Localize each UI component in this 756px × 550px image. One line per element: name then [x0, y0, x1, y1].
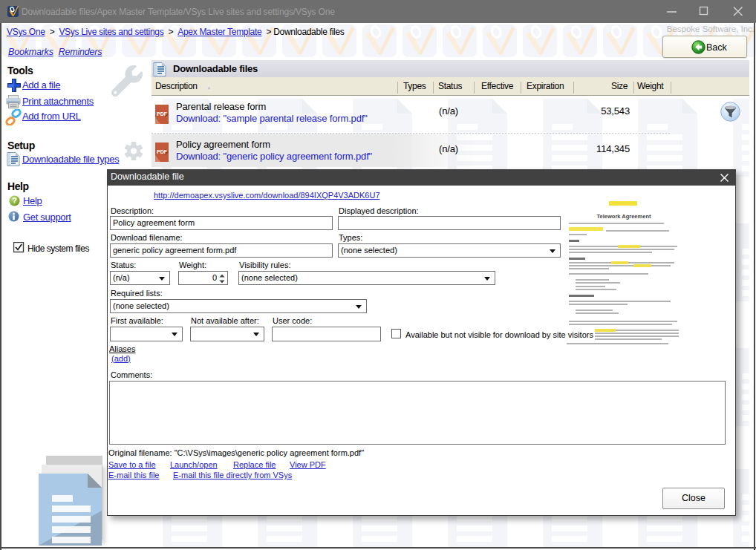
svg-text:Telework Agreement: Telework Agreement — [597, 213, 651, 220]
svg-text:?: ? — [12, 196, 17, 205]
svg-text:PDF: PDF — [157, 149, 168, 154]
svg-text:PDF: PDF — [157, 111, 168, 117]
